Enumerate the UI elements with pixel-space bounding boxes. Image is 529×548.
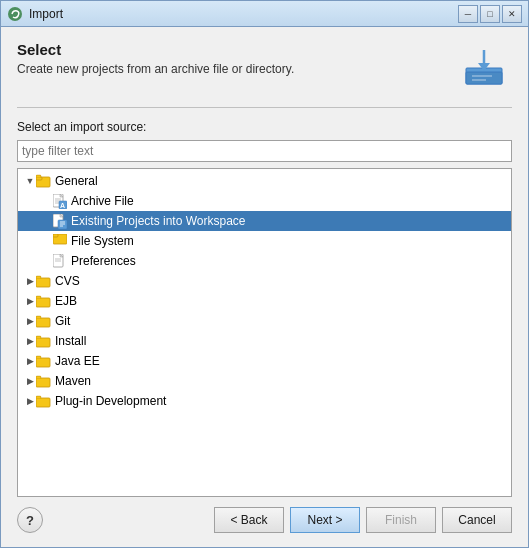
tree-item-label: Plug-in Development bbox=[55, 394, 166, 408]
expand-triangle bbox=[40, 255, 52, 267]
minimize-button[interactable]: ─ bbox=[458, 5, 478, 23]
button-row: ? < Back Next > Finish Cancel bbox=[17, 507, 512, 533]
folder-icon bbox=[36, 373, 52, 389]
folder-icon bbox=[36, 353, 52, 369]
import-dialog: Import ─ □ ✕ Select Create new projects … bbox=[0, 0, 529, 548]
expand-triangle: ▶ bbox=[24, 295, 36, 307]
header-divider bbox=[17, 107, 512, 108]
svg-rect-32 bbox=[36, 338, 50, 347]
file-icon: A bbox=[52, 193, 68, 209]
list-item[interactable]: ▼ General bbox=[18, 171, 511, 191]
list-item[interactable]: Existing Projects into Workspace bbox=[18, 211, 511, 231]
expand-triangle: ▶ bbox=[24, 355, 36, 367]
action-buttons: < Back Next > Finish Cancel bbox=[214, 507, 512, 533]
source-label: Select an import source: bbox=[17, 120, 512, 134]
list-item[interactable]: A Archive File bbox=[18, 191, 511, 211]
tree-item-label: Existing Projects into Workspace bbox=[71, 214, 246, 228]
list-item[interactable]: ▶ Maven bbox=[18, 371, 511, 391]
expand-triangle: ▶ bbox=[24, 335, 36, 347]
svg-rect-34 bbox=[36, 358, 50, 367]
folder-icon bbox=[36, 313, 52, 329]
expand-triangle: ▶ bbox=[24, 315, 36, 327]
preferences-icon bbox=[52, 253, 68, 269]
svg-rect-28 bbox=[36, 298, 50, 307]
header-icon bbox=[460, 41, 512, 93]
tree-item-label: General bbox=[55, 174, 98, 188]
list-item[interactable]: ▶ Git bbox=[18, 311, 511, 331]
cancel-button[interactable]: Cancel bbox=[442, 507, 512, 533]
svg-rect-22 bbox=[53, 234, 58, 237]
list-item[interactable]: ▶ Plug-in Development bbox=[18, 391, 511, 411]
folder-icon bbox=[36, 293, 52, 309]
svg-rect-2 bbox=[466, 72, 502, 84]
tree-container: ▼ General bbox=[17, 168, 512, 497]
list-item[interactable]: ▶ Java EE bbox=[18, 351, 511, 371]
tree-item-label: Archive File bbox=[71, 194, 134, 208]
projects-icon bbox=[52, 213, 68, 229]
header-section: Select Create new projects from an archi… bbox=[17, 41, 512, 93]
tree-item-label: Install bbox=[55, 334, 86, 348]
next-button[interactable]: Next > bbox=[290, 507, 360, 533]
folder-icon bbox=[36, 393, 52, 409]
tree-item-label: Java EE bbox=[55, 354, 100, 368]
page-title: Select bbox=[17, 41, 460, 58]
title-bar: Import ─ □ ✕ bbox=[1, 1, 528, 27]
window-controls: ─ □ ✕ bbox=[458, 5, 522, 23]
tree-item-label: File System bbox=[71, 234, 134, 248]
tree-item-label: CVS bbox=[55, 274, 80, 288]
svg-rect-26 bbox=[36, 278, 50, 287]
list-item[interactable]: ▶ EJB bbox=[18, 291, 511, 311]
tree-item-label: EJB bbox=[55, 294, 77, 308]
svg-rect-38 bbox=[36, 398, 50, 407]
list-item[interactable]: Preferences bbox=[18, 251, 511, 271]
svg-rect-8 bbox=[36, 177, 42, 180]
tree-scroll[interactable]: ▼ General bbox=[18, 169, 511, 496]
svg-point-0 bbox=[8, 7, 22, 21]
folder-icon bbox=[36, 273, 52, 289]
expand-triangle: ▶ bbox=[24, 275, 36, 287]
filter-input[interactable] bbox=[17, 140, 512, 162]
expand-triangle: ▼ bbox=[24, 175, 36, 187]
window-title: Import bbox=[29, 7, 458, 21]
svg-rect-30 bbox=[36, 318, 50, 327]
svg-rect-17 bbox=[58, 220, 67, 229]
svg-text:A: A bbox=[60, 202, 65, 209]
file-system-icon bbox=[52, 233, 68, 249]
folder-open-icon bbox=[36, 173, 52, 189]
expand-triangle: ▶ bbox=[24, 375, 36, 387]
expand-triangle: ▶ bbox=[24, 395, 36, 407]
close-button[interactable]: ✕ bbox=[502, 5, 522, 23]
svg-rect-36 bbox=[36, 378, 50, 387]
list-item[interactable]: ▶ CVS bbox=[18, 271, 511, 291]
back-button[interactable]: < Back bbox=[214, 507, 284, 533]
header-text: Select Create new projects from an archi… bbox=[17, 41, 460, 76]
expand-triangle bbox=[40, 235, 52, 247]
expand-triangle bbox=[40, 195, 52, 207]
list-item[interactable]: File System bbox=[18, 231, 511, 251]
finish-button[interactable]: Finish bbox=[366, 507, 436, 533]
maximize-button[interactable]: □ bbox=[480, 5, 500, 23]
app-icon bbox=[7, 6, 23, 22]
help-button[interactable]: ? bbox=[17, 507, 43, 533]
expand-triangle bbox=[40, 215, 52, 227]
list-item[interactable]: ▶ Install bbox=[18, 331, 511, 351]
tree-item-label: Preferences bbox=[71, 254, 136, 268]
tree-item-label: Git bbox=[55, 314, 70, 328]
content-area: Select Create new projects from an archi… bbox=[1, 27, 528, 547]
folder-icon bbox=[36, 333, 52, 349]
page-subtitle: Create new projects from an archive file… bbox=[17, 62, 460, 76]
tree-item-label: Maven bbox=[55, 374, 91, 388]
